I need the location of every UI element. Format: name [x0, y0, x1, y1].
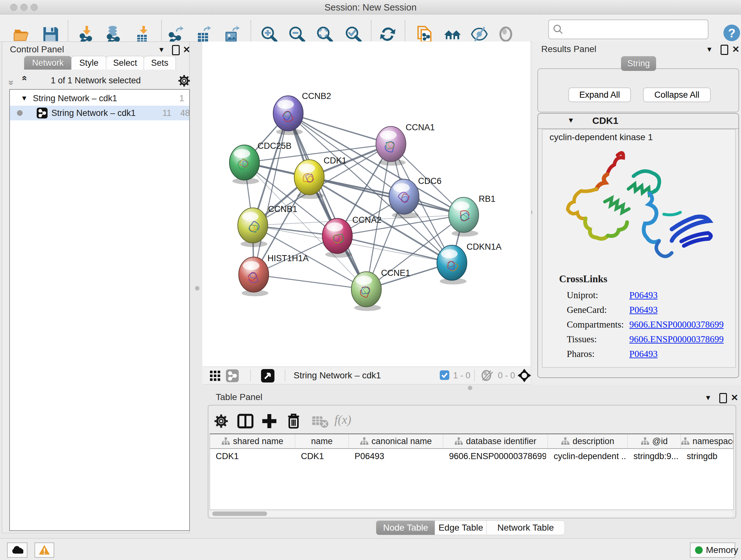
tab-sets[interactable]: Sets	[144, 56, 176, 70]
hidden-eye-slash-icon[interactable]	[480, 370, 495, 381]
table-cell[interactable]: P06493	[354, 449, 441, 463]
table-cell[interactable]: 9606.ENSP00000378699	[449, 449, 546, 463]
open-session-icon[interactable]	[13, 25, 30, 43]
eye-icon[interactable]	[497, 25, 515, 43]
edge-CCNB2-HIST1H1A[interactable]	[254, 113, 288, 274]
node-RB1[interactable]: RB1	[449, 194, 495, 237]
export-table-icon[interactable]	[195, 25, 213, 43]
string-panel-toggle-icon[interactable]	[226, 369, 239, 382]
crosslink-link[interactable]: 9606.ENSP00000378699	[629, 334, 724, 345]
control-panel-maximize-icon[interactable]	[172, 45, 180, 55]
tab-style[interactable]: Style	[71, 56, 107, 70]
network-canvas[interactable]: CCNB2CCNA1CDC25BCDK1CDC6RB1CCNB1CCNA2CDK…	[202, 42, 530, 367]
table-horizontal-scrollbar[interactable]	[210, 511, 733, 516]
crosslink-link[interactable]: 9606.ENSP00000378699	[629, 319, 724, 330]
table-cell[interactable]: stringdb:9...	[633, 449, 679, 463]
zoom-selected-icon[interactable]	[344, 25, 362, 43]
results-panel-close-icon[interactable]: ✕	[732, 44, 739, 55]
column-header-shared-name[interactable]: shared name	[210, 434, 295, 448]
tab-edge-table[interactable]: Edge Table	[434, 520, 487, 535]
bottom-splitter-handle[interactable]	[468, 386, 472, 390]
home-icon[interactable]	[444, 25, 461, 43]
results-panel-maximize-icon[interactable]	[721, 45, 728, 55]
save-session-icon[interactable]	[42, 25, 59, 43]
column-header--id[interactable]: @id	[628, 434, 681, 448]
cytoscape-window: Session: New Session	[0, 0, 741, 560]
scrollbar-thumb[interactable]	[212, 511, 267, 516]
edge-CCNA2-CDKN1A[interactable]	[337, 236, 452, 263]
help-icon[interactable]: ?	[723, 24, 741, 42]
export-image-icon[interactable]	[223, 25, 241, 43]
table-panel-float-icon[interactable]: ▼	[704, 394, 712, 402]
table-cell[interactable]: CDK1	[301, 449, 347, 463]
control-panel-close-icon[interactable]: ✕	[183, 44, 190, 55]
function-builder-icon: f(x)	[334, 413, 351, 427]
node-CDKN1A[interactable]: CDKN1A	[437, 242, 502, 285]
node-CCNB2[interactable]: CCNB2	[273, 91, 331, 135]
table-cell[interactable]: cyclin-dependent ...	[554, 449, 626, 463]
table-cell[interactable]: stringdb	[687, 449, 731, 463]
node-CCNA1[interactable]: CCNA1	[376, 123, 435, 166]
node-label-CDC25B: CDC25B	[258, 141, 292, 151]
left-splitter-handle[interactable]	[195, 286, 199, 291]
zoom-in-icon[interactable]	[260, 25, 278, 43]
control-panel-float-icon[interactable]: ▼	[158, 46, 165, 54]
column-header-description[interactable]: description	[548, 434, 628, 448]
warning-status-button[interactable]	[35, 543, 54, 558]
collection-expand-icon[interactable]: ▼	[21, 94, 28, 103]
add-column-icon[interactable]	[261, 413, 278, 430]
hide-panel-eye-icon[interactable]	[470, 25, 488, 43]
edge-HIST1H1A-CCNE1[interactable]	[254, 274, 366, 289]
table-panel-maximize-icon[interactable]	[719, 393, 727, 403]
selected-checkbox-icon[interactable]	[440, 370, 449, 380]
tab-select[interactable]: Select	[106, 56, 144, 70]
network-options-gear-icon[interactable]	[177, 74, 191, 88]
tab-network[interactable]: Network	[24, 56, 72, 70]
results-panel-float-icon[interactable]: ▼	[706, 45, 713, 54]
table-panel-close-icon[interactable]: ✕	[731, 392, 738, 403]
import-table-file-icon[interactable]	[134, 25, 152, 43]
search-box	[548, 19, 709, 39]
clipboard-network-icon[interactable]	[415, 25, 433, 43]
zoom-fit-icon[interactable]	[316, 25, 333, 43]
column-header-namespace[interactable]: namespace	[681, 434, 733, 448]
network-row[interactable]: String Network – cdk1 11 48	[10, 106, 189, 120]
apply-layout-refresh-icon[interactable]	[379, 25, 397, 43]
table-cell[interactable]: CDK1	[216, 449, 293, 463]
show-columns-icon[interactable]	[237, 413, 254, 430]
search-input[interactable]	[565, 22, 704, 36]
import-network-file-icon[interactable]	[78, 25, 96, 43]
cloud-status-button[interactable]	[7, 543, 27, 558]
export-network-icon[interactable]	[167, 25, 185, 43]
tab-node-table[interactable]: Node Table	[376, 520, 435, 535]
birds-eye-view-icon[interactable]	[210, 371, 221, 381]
gene-accordion-header[interactable]: ▼ CDK1	[538, 114, 738, 129]
fit-content-crosshair-icon[interactable]	[518, 369, 531, 382]
crosslink-link[interactable]: P06493	[629, 349, 658, 359]
node-CCNE1[interactable]: CCNE1	[351, 268, 410, 311]
network-graph[interactable]: CCNB2CCNA1CDC25BCDK1CDC6RB1CCNB1CCNA2CDK…	[202, 42, 530, 367]
expand-all-button[interactable]: Expand All	[568, 87, 631, 102]
delete-column-trash-icon[interactable]	[285, 413, 302, 430]
gene-collapse-icon[interactable]: ▼	[567, 116, 575, 125]
column-label: name	[311, 436, 333, 446]
tab-string[interactable]: String	[621, 56, 656, 71]
collapse-all-button[interactable]: Collapse All	[643, 87, 711, 102]
crosslink-link[interactable]: P06493	[629, 305, 658, 315]
column-header-canonical-name[interactable]: canonical name	[349, 434, 443, 448]
tab-network-table[interactable]: Network Table	[486, 520, 565, 535]
memory-button[interactable]: Memory	[690, 543, 735, 558]
crosslink-link[interactable]: P06493	[629, 290, 658, 300]
column-header-database-identifier[interactable]: database identifier	[443, 434, 548, 448]
column-header-name[interactable]: name	[295, 434, 349, 448]
zoom-out-icon[interactable]	[288, 25, 306, 43]
collection-count: 1	[179, 94, 184, 104]
table-settings-gear-icon[interactable]	[212, 413, 230, 430]
network-collection-row[interactable]: ▼ String Network – cdk1 1	[10, 91, 189, 106]
open-in-window-icon[interactable]	[261, 369, 274, 382]
import-network-database-icon[interactable]	[105, 25, 122, 43]
node-CDC25B[interactable]: CDC25B	[229, 141, 292, 184]
node-HIST1H1A[interactable]: HIST1H1A	[239, 253, 309, 296]
edge-CCNB2-CCNA1[interactable]	[288, 113, 391, 144]
results-entry-box: ▼ CDK1 cyclin-dependent kinase 1	[537, 113, 739, 378]
